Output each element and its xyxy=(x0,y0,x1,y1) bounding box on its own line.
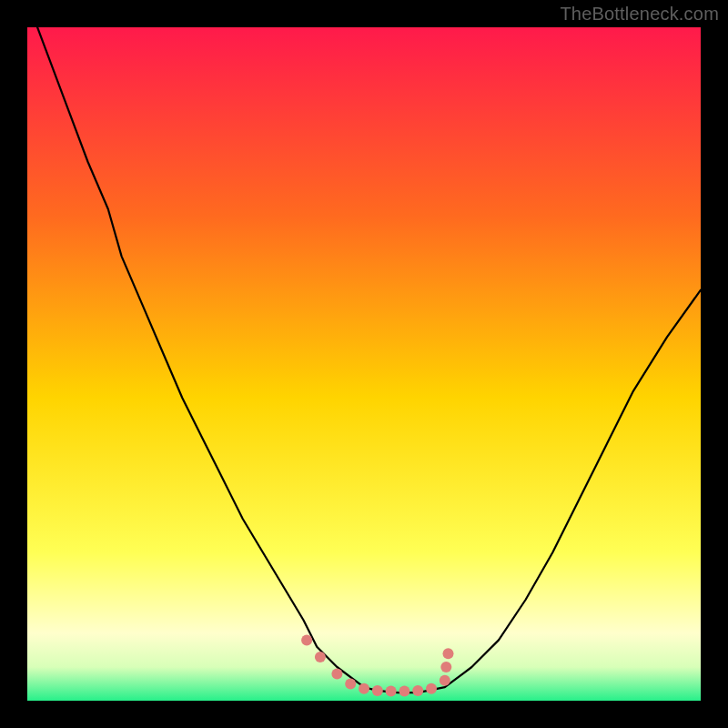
curve-marker xyxy=(440,662,451,672)
curve-marker xyxy=(426,683,437,694)
curve-marker xyxy=(412,685,423,696)
bottleneck-curve xyxy=(27,27,701,693)
curve-marker xyxy=(443,648,454,659)
curve-marker xyxy=(345,679,356,690)
curve-marker xyxy=(399,686,410,697)
watermark-text: TheBottleneck.com xyxy=(560,4,719,25)
curve-marker xyxy=(440,675,450,686)
curve-marker xyxy=(315,652,326,662)
outer-frame: TheBottleneck.com xyxy=(0,0,728,728)
curve-marker xyxy=(331,668,342,679)
plot-area xyxy=(27,27,701,701)
curve-marker xyxy=(359,683,369,694)
curve-marker xyxy=(372,685,383,696)
curve-marker xyxy=(386,686,397,697)
curve-markers xyxy=(301,634,453,696)
curve-marker xyxy=(301,634,312,645)
plot-svg xyxy=(27,27,701,701)
